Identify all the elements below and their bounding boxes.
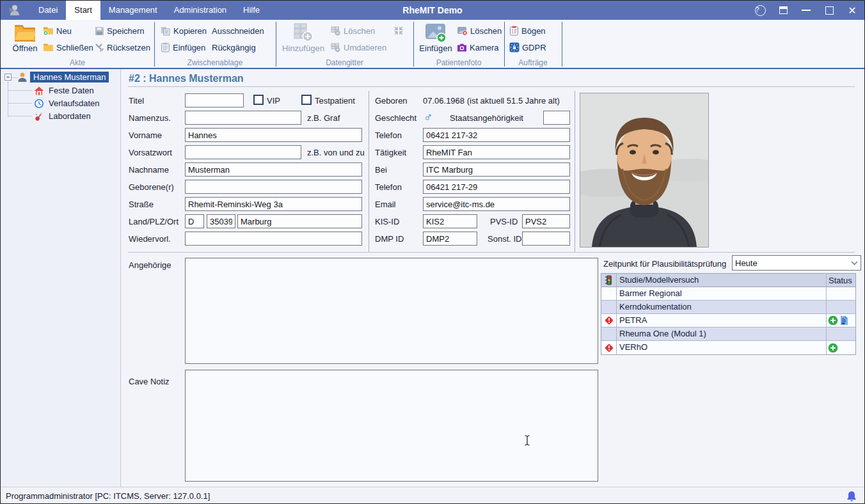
cave-notiz-textarea[interactable]	[185, 370, 598, 482]
table-row-verho[interactable]: VERhO	[601, 341, 855, 354]
table-row-petra[interactable]: PETRA	[601, 314, 855, 327]
copy-icon	[161, 26, 171, 36]
plausibility-time-select[interactable]: Heute	[732, 255, 861, 271]
table-row-kerndokumentation[interactable]: Kerndokumentation	[601, 301, 855, 314]
kis-id-input[interactable]	[423, 214, 477, 228]
close-record-button[interactable]: Schließen	[43, 42, 93, 53]
table-row-rheuma-one[interactable]: Rheuma One (Modul 1)	[601, 327, 855, 341]
sonst-id-input[interactable]	[522, 232, 570, 246]
ribbon-toggle-icon[interactable]	[776, 3, 790, 17]
nachname-input[interactable]	[185, 162, 362, 177]
camera-button[interactable]: Kamera	[457, 42, 499, 53]
tab-start[interactable]: Start	[66, 1, 100, 20]
grid-redate-button[interactable]: Umdatieren	[331, 42, 386, 53]
tree-connector	[8, 103, 32, 104]
tree-node-labordaten-label: Labordaten	[49, 111, 91, 121]
wiedervorlage-label: Wiedervorl.	[129, 234, 171, 244]
testpatient-checkbox[interactable]	[301, 95, 312, 105]
geborene-input[interactable]	[185, 180, 362, 194]
undo-button[interactable]: Rückgängig	[212, 42, 256, 53]
strasse-input[interactable]	[185, 197, 362, 211]
cut-button[interactable]: Ausschneiden	[212, 25, 264, 36]
gdpr-button[interactable]: GDPR	[509, 42, 546, 53]
staatsangehoerigkeit-input[interactable]	[543, 111, 570, 125]
vip-checkbox[interactable]	[253, 95, 264, 105]
angehoerige-label: Angehörige	[129, 260, 171, 270]
notification-bell-icon[interactable]	[846, 491, 857, 502]
photo-insert-button[interactable]: Einfügen	[418, 22, 453, 53]
floppy-icon	[95, 26, 104, 36]
add-entry-icon[interactable]	[828, 315, 838, 326]
clipboard-icon	[161, 42, 170, 52]
save-button[interactable]: Speichern	[95, 25, 145, 36]
tree-node-feste-daten[interactable]: Feste Daten	[34, 84, 94, 97]
study-name: Barmer Regional	[617, 287, 826, 300]
plz-input[interactable]	[207, 214, 235, 228]
email-input[interactable]	[423, 197, 570, 211]
traffic-light-icon	[601, 274, 617, 287]
menu-management[interactable]: Management	[100, 1, 166, 20]
menu-datei[interactable]: Datei	[30, 1, 66, 20]
nachname-label: Nachname	[129, 165, 169, 175]
vorname-input[interactable]	[185, 128, 362, 142]
geborene-label: Geborene(r)	[129, 182, 174, 192]
telefon2-input[interactable]	[423, 180, 570, 194]
maximize-icon[interactable]	[822, 3, 836, 17]
status-column-header[interactable]: Status	[826, 274, 855, 287]
vorsatzwort-input[interactable]	[185, 145, 301, 159]
copy-button[interactable]: Kopieren	[161, 25, 207, 36]
bei-input[interactable]	[423, 162, 570, 177]
dmp-id-input[interactable]	[423, 232, 477, 246]
photo-delete-button[interactable]: Löschen	[457, 25, 502, 36]
row-icon-cell	[601, 301, 617, 313]
minimize-icon[interactable]	[799, 3, 813, 17]
group-caption-patientenfoto: Patientenfoto	[413, 58, 504, 67]
paste-button[interactable]: Einfügen	[161, 42, 205, 53]
wiedervorlage-input[interactable]	[185, 232, 362, 246]
pvs-id-input[interactable]	[522, 214, 570, 228]
bei-label: Bei	[375, 165, 387, 175]
status-cell	[826, 301, 855, 313]
taetigkeit-input[interactable]	[423, 145, 570, 159]
studies-column-header[interactable]: Studie/Modellversuch	[617, 274, 826, 287]
collapse-grid-icon[interactable]	[393, 26, 404, 35]
reset-button[interactable]: Rücksetzen	[95, 42, 150, 53]
add-entry-icon[interactable]	[828, 343, 838, 353]
geboren-value: 07.06.1968 (ist aktuell 51.5 Jahre alt)	[423, 96, 560, 106]
email-label: Email	[375, 200, 396, 209]
document-icon[interactable]	[839, 315, 848, 326]
cut-label: Ausschneiden	[212, 26, 264, 36]
land-input[interactable]	[185, 214, 204, 228]
studies-table-header: Studie/Modellversuch Status	[601, 274, 855, 287]
tree-node-labordaten[interactable]: Labordaten	[34, 110, 91, 122]
geschlecht-label: Geschlecht	[375, 113, 417, 123]
text-cursor-icon	[524, 435, 530, 446]
gdpr-lock-icon	[509, 42, 520, 52]
tree-node-verlaufsdaten[interactable]: Verlaufsdaten	[34, 97, 100, 109]
new-record-button[interactable]: Neu	[43, 25, 72, 36]
grid-delete-button[interactable]: Löschen	[331, 25, 375, 36]
title-bar: Datei Start Management Administration Hi…	[1, 1, 864, 20]
namenszusatz-hint: z.B. Graf	[307, 113, 340, 123]
grid-add-button[interactable]: Hinzufügen	[281, 22, 326, 53]
help-icon[interactable]: ?	[753, 3, 767, 17]
forms-button[interactable]: Bögen	[509, 25, 546, 36]
close-icon[interactable]: ✕	[845, 3, 859, 17]
sonst-id-label: Sonst. ID	[488, 234, 521, 244]
telefon1-input[interactable]	[423, 128, 570, 142]
open-file-button[interactable]: Öffnen	[8, 22, 42, 53]
menu-hilfe[interactable]: Hilfe	[235, 1, 268, 20]
warning-diamond-icon	[601, 314, 617, 327]
menu-administration[interactable]: Administration	[166, 1, 235, 20]
page-title: #2 : Hannes Musterman	[129, 73, 244, 84]
status-user-info: Programmadministrator [PC: ITCMS, Server…	[6, 491, 210, 501]
collapse-expander-icon[interactable]	[4, 74, 12, 81]
table-row-barmer[interactable]: Barmer Regional	[601, 287, 855, 301]
dmp-id-label: DMP ID	[375, 234, 404, 244]
tree-node-patient[interactable]: Hannes Musterman	[4, 71, 109, 83]
ort-input[interactable]	[237, 214, 362, 228]
folder-icon	[43, 42, 54, 52]
namenszusatz-input[interactable]	[185, 111, 301, 125]
angehoerige-textarea[interactable]	[185, 258, 598, 364]
titel-input[interactable]	[185, 93, 244, 107]
